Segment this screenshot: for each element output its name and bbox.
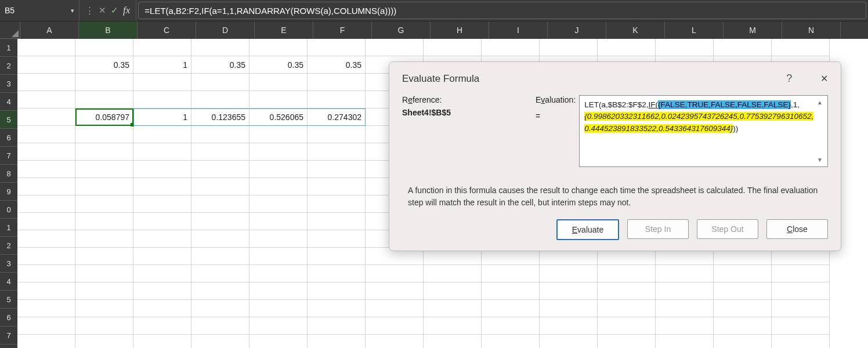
cell[interactable]: 0.35 — [75, 56, 133, 74]
chevron-down-icon[interactable]: ▾ — [71, 7, 74, 14]
dialog-note: A function in this formula causes the re… — [408, 184, 828, 209]
col-header[interactable]: N — [782, 21, 841, 39]
help-icon[interactable]: ? — [786, 72, 792, 84]
col-header[interactable]: L — [665, 21, 724, 39]
formula-text: =LET(a,B2:F2,IF(a=1,1,RANDARRAY(ROWS(a),… — [144, 6, 396, 16]
row-header[interactable]: 2 — [0, 237, 17, 255]
row-header[interactable]: 8 — [0, 345, 17, 348]
eval-highlight-yellow: {0.998620332311662,0.0242395743726245,0.… — [584, 112, 813, 132]
cell[interactable]: 0.526065 — [249, 108, 308, 126]
cell[interactable]: 0.35 — [249, 56, 308, 74]
row-header[interactable]: 8 — [0, 165, 17, 183]
scroll-down-icon[interactable]: ▼ — [817, 155, 826, 164]
eval-text: LET(a,$B$2:$F$2, — [584, 100, 648, 109]
row-header[interactable]: 5 — [0, 291, 17, 309]
cell[interactable]: 0.274302 — [308, 108, 366, 126]
col-header[interactable]: B — [79, 21, 138, 39]
cell[interactable]: 1 — [133, 56, 191, 74]
cell[interactable]: 0.35 — [308, 56, 366, 74]
col-header[interactable]: E — [255, 21, 313, 39]
row-header[interactable]: 2 — [0, 57, 17, 75]
name-box-value: B5 — [5, 6, 15, 15]
col-header[interactable]: D — [196, 21, 255, 39]
evaluate-formula-dialog: Evaluate Formula ? ✕ Reference: Sheet4!$… — [389, 61, 841, 251]
cell[interactable]: 0.123655 — [191, 108, 249, 126]
row-header[interactable]: 9 — [0, 183, 17, 201]
evaluation-box[interactable]: LET(a,$B$2:$F$2,IF({FALSE,TRUE,FALSE,FAL… — [579, 95, 828, 167]
eval-text: )) — [733, 124, 738, 133]
row-header[interactable]: 4 — [0, 273, 17, 291]
more-icon[interactable]: ⋮ — [85, 5, 94, 16]
row-header[interactable]: 3 — [0, 255, 17, 273]
confirm-icon[interactable]: ✓ — [111, 5, 118, 16]
cell[interactable] — [17, 108, 75, 126]
cell[interactable]: 0.35 — [191, 56, 249, 74]
row-header[interactable]: 5 — [0, 111, 17, 129]
eval-highlight-blue: {FALSE,TRUE,FALSE,FALSE,FALSE} — [658, 100, 791, 109]
eval-text: IF( — [649, 100, 659, 109]
formula-bar: B5 ▾ ⋮ ✕ ✓ fx =LET(a,B2:F2,IF(a=1,1,RAND… — [0, 0, 868, 21]
dialog-title: Evaluate Formula — [402, 73, 479, 85]
col-header[interactable]: I — [489, 21, 548, 39]
evaluate-button[interactable]: Evaluate — [556, 219, 619, 240]
row-header[interactable]: 4 — [0, 93, 17, 111]
cell[interactable] — [17, 56, 75, 74]
cell[interactable]: 1 — [133, 108, 191, 126]
reference-value: Sheet4!$B$5 — [402, 108, 530, 117]
evaluation-label: Evaluation: — [536, 95, 576, 104]
col-header[interactable]: A — [20, 21, 79, 39]
step-out-button[interactable]: Step Out — [697, 219, 758, 239]
cell[interactable]: 0.058797 — [75, 108, 133, 126]
row-headers: 1 2 3 4 5 6 7 8 9 0 1 2 3 4 5 6 7 8 — [0, 39, 17, 348]
eval-text: ,1, — [791, 100, 800, 109]
row-header[interactable]: 0 — [0, 201, 17, 219]
col-header[interactable]: H — [431, 21, 489, 39]
eval-scrollbar[interactable]: ▲▼ — [817, 98, 826, 164]
close-button[interactable]: Close — [766, 219, 828, 239]
col-header[interactable]: J — [548, 21, 606, 39]
col-header[interactable]: F — [313, 21, 372, 39]
col-header[interactable]: C — [138, 21, 196, 39]
formula-input[interactable]: =LET(a,B2:F2,IF(a=1,1,RANDARRAY(ROWS(a),… — [138, 2, 866, 19]
scroll-up-icon[interactable]: ▲ — [817, 98, 826, 107]
select-all-corner[interactable] — [0, 21, 20, 39]
cancel-icon[interactable]: ✕ — [99, 5, 106, 16]
step-in-button[interactable]: Step In — [627, 219, 689, 239]
row-header[interactable]: 6 — [0, 129, 17, 147]
formula-bar-icons: ⋮ ✕ ✓ fx — [79, 0, 136, 21]
row-header[interactable]: 3 — [0, 75, 17, 93]
col-header[interactable]: K — [606, 21, 665, 39]
name-box[interactable]: B5 ▾ — [0, 0, 79, 21]
row-header[interactable]: 7 — [0, 327, 17, 345]
col-header[interactable]: M — [724, 21, 782, 39]
row-header[interactable]: 1 — [0, 219, 17, 237]
row-header[interactable]: 1 — [0, 39, 17, 57]
row-header[interactable]: 7 — [0, 147, 17, 165]
reference-label: Reference: — [402, 95, 530, 104]
fx-icon[interactable]: fx — [123, 5, 130, 16]
col-header[interactable]: G — [372, 21, 431, 39]
close-icon[interactable]: ✕ — [820, 74, 828, 84]
column-headers: A B C D E F G H I J K L M N — [0, 21, 868, 39]
equals-sign: = — [536, 108, 576, 121]
row-header[interactable]: 6 — [0, 309, 17, 327]
